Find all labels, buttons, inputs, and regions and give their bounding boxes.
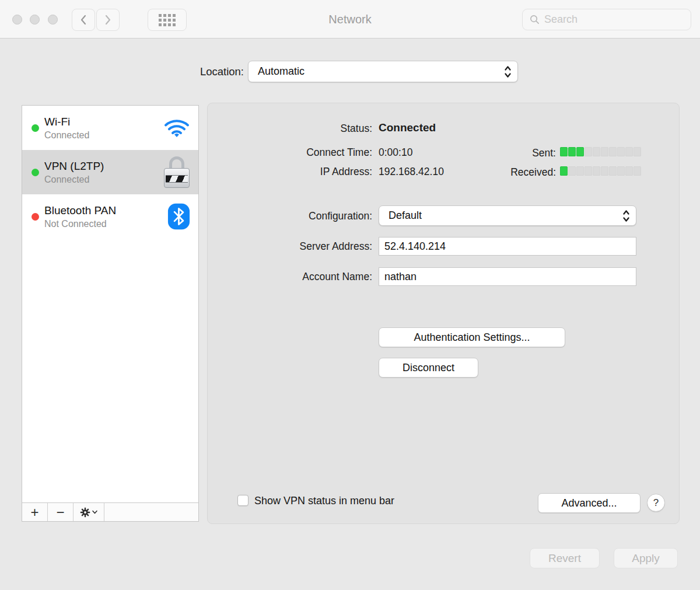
connect-time-label: Connect Time: <box>208 146 372 159</box>
sent-activity-bar <box>560 147 641 156</box>
location-popup-button[interactable]: Automatic <box>248 61 518 82</box>
sidebar-footer-spacer <box>104 503 198 521</box>
status-dot <box>32 169 39 176</box>
advanced-button[interactable]: Advanced... <box>538 493 640 513</box>
authentication-settings-button[interactable]: Authentication Settings... <box>379 327 565 347</box>
service-name: VPN (L2TP) <box>44 159 163 173</box>
gear-icon <box>80 507 90 518</box>
add-service-button[interactable]: + <box>22 503 48 521</box>
apply-button[interactable]: Apply <box>614 548 678 568</box>
account-name-label: Account Name: <box>208 271 372 283</box>
search-icon <box>530 15 540 25</box>
search-field[interactable] <box>522 9 691 30</box>
sidebar-footer: + − <box>22 502 198 521</box>
configuration-value: Default <box>388 210 422 222</box>
configuration-label: Configuration: <box>208 210 372 222</box>
received-label: Received: <box>498 166 556 179</box>
show-vpn-status-checkbox[interactable] <box>237 495 249 506</box>
connect-time-value: 0:00:10 <box>379 146 412 159</box>
chevron-up-down-icon <box>622 208 631 224</box>
wifi-icon <box>163 117 190 139</box>
server-address-input[interactable] <box>379 237 636 256</box>
received-activity-bar <box>560 166 641 176</box>
service-status: Not Connected <box>44 218 167 230</box>
account-name-input[interactable] <box>379 267 636 286</box>
service-name: Wi-Fi <box>44 115 163 129</box>
remove-service-button[interactable]: − <box>48 503 74 521</box>
sent-label: Sent: <box>498 147 556 159</box>
location-value: Automatic <box>258 65 304 78</box>
location-label: Location: <box>0 65 244 78</box>
service-actions-button[interactable] <box>74 503 104 521</box>
sidebar-item-vpn-l2tp[interactable]: VPN (L2TP) Connected <box>22 150 198 194</box>
status-label: Status: <box>208 123 372 135</box>
server-address-label: Server Address: <box>208 240 372 253</box>
show-vpn-status-label: Show VPN status in menu bar <box>254 495 394 507</box>
service-status: Connected <box>44 173 163 186</box>
service-status: Connected <box>44 129 163 141</box>
lock-icon <box>163 156 190 188</box>
window-titlebar: Network <box>0 0 700 39</box>
chevron-up-down-icon <box>503 64 512 79</box>
ip-address-value: 192.168.42.10 <box>379 166 444 178</box>
configuration-popup-button[interactable]: Default <box>379 205 636 226</box>
bluetooth-icon <box>167 203 190 230</box>
search-input[interactable] <box>544 13 678 26</box>
revert-button[interactable]: Revert <box>530 548 600 568</box>
status-dot <box>32 124 39 132</box>
disconnect-button[interactable]: Disconnect <box>379 358 478 378</box>
service-name: Bluetooth PAN <box>44 204 167 218</box>
sidebar-item-wifi[interactable]: Wi-Fi Connected <box>22 106 198 150</box>
sidebar-item-bluetooth-pan[interactable]: Bluetooth PAN Not Connected <box>22 194 198 239</box>
help-button[interactable]: ? <box>647 494 665 512</box>
status-dot <box>32 213 39 221</box>
services-sidebar: Wi-Fi Connected VPN (L2TP) Connected <box>22 105 199 522</box>
vpn-detail-panel: Status: Connected Connect Time: 0:00:10 … <box>207 103 680 524</box>
status-value: Connected <box>379 121 436 134</box>
chevron-down-icon <box>92 510 97 514</box>
ip-address-label: IP Address: <box>208 166 372 178</box>
